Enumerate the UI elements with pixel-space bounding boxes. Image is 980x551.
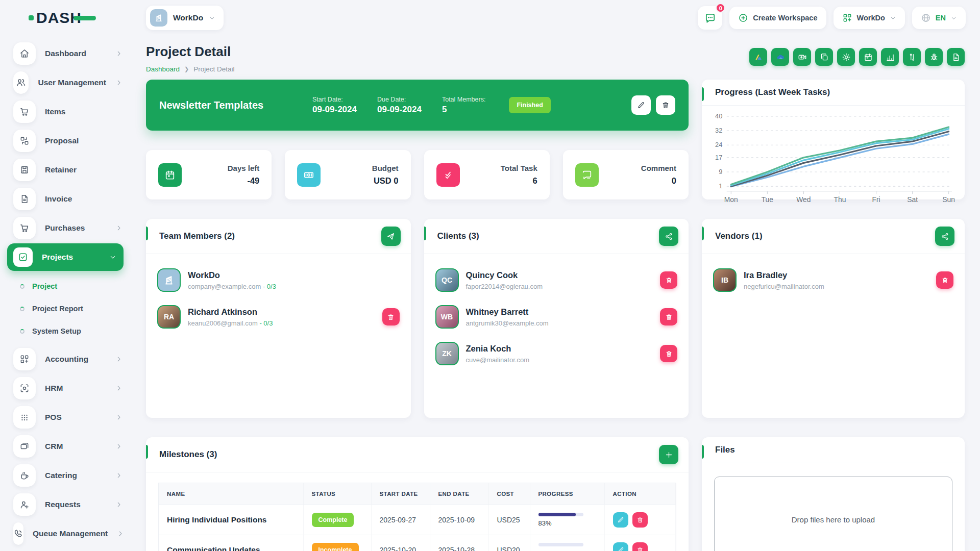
remove-client-button[interactable]	[660, 345, 677, 362]
milestone-status-cell: Complete	[303, 505, 371, 535]
sidebar-subitem-system-setup[interactable]: System Setup	[20, 320, 132, 342]
remove-client-button[interactable]	[660, 271, 677, 289]
sidebar-item-invoice[interactable]: Invoice	[13, 184, 132, 213]
project-banner: Newsletter Templates Start Date: 09-09-2…	[146, 80, 689, 131]
dash-logo: DASH	[29, 9, 96, 27]
member-email: cuve@mailinator.com	[466, 356, 529, 364]
sidebar-item-purchases[interactable]: Purchases	[13, 213, 132, 242]
sidebar-item-label: Requests	[45, 500, 106, 509]
sidebar-item-accounting[interactable]: Accounting	[13, 344, 132, 373]
x-axis-label: Sun	[942, 195, 955, 204]
member-info: Quincy Cookfapor22014@oglerau.com	[466, 270, 543, 290]
edit-milestone-button[interactable]	[613, 542, 628, 551]
file-report-button[interactable]	[947, 48, 965, 66]
stat-label: Days left	[182, 164, 259, 172]
add-milestone-button[interactable]	[659, 445, 678, 464]
cards-icon	[19, 441, 30, 452]
file-dropzone[interactable]: Drop files here to upload	[714, 477, 952, 551]
sidebar-subitem-project-report[interactable]: Project Report	[20, 297, 132, 320]
sidebar-item-projects[interactable]: Projects	[7, 243, 124, 271]
milestone-action-cell	[604, 535, 676, 551]
files-title: Files	[712, 445, 735, 455]
messages-button[interactable]: 0	[698, 6, 722, 30]
total-members-label: Total Members:	[442, 96, 485, 103]
project-delete-button[interactable]	[656, 95, 675, 115]
bug-button[interactable]	[925, 48, 943, 66]
workspace-pill[interactable]: WorkDo	[146, 6, 224, 30]
sidebar-item-items[interactable]: Items	[13, 97, 132, 126]
sidebar-item-crm[interactable]: CRM	[13, 432, 132, 461]
integration-toolbar	[749, 48, 965, 66]
edit-milestone-button[interactable]	[613, 512, 628, 528]
gdrive-button[interactable]	[749, 48, 767, 66]
x-axis-label: Wed	[796, 195, 811, 204]
stat-value: USD 0	[321, 176, 398, 186]
progress-card: Progress (Last Week Tasks) 1917243240Mon…	[702, 80, 965, 199]
sidebar-item-catering[interactable]: Catering	[13, 461, 132, 490]
workspace-switcher[interactable]: WorkDo	[834, 7, 905, 29]
bar-chart-button[interactable]	[881, 48, 899, 66]
member-name: WorkDo	[188, 270, 276, 280]
onedrive-button[interactable]	[771, 48, 789, 66]
grid-plus-icon	[13, 348, 36, 370]
x-axis-label: Thu	[834, 195, 846, 204]
sidebar-item-hrm[interactable]: HRM	[13, 373, 132, 403]
remove-member-button[interactable]	[382, 308, 400, 325]
chevron-right-icon	[115, 356, 122, 363]
gear-button[interactable]	[837, 48, 855, 66]
timeline-button[interactable]	[903, 48, 921, 66]
sidebar-item-dashboard[interactable]: Dashboard	[13, 39, 132, 68]
clients-card: Clients (3) QCQuincy Cookfapor22014@ogle…	[424, 219, 689, 418]
workspace-avatar	[150, 9, 167, 27]
breadcrumb-dashboard-link[interactable]: Dashboard	[146, 65, 180, 73]
sidebar-item-proposal[interactable]: Proposal	[13, 126, 132, 155]
sidebar-item-user-management[interactable]: User Management	[13, 68, 132, 97]
member-info: Zenia Kochcuve@mailinator.com	[466, 344, 529, 364]
trash-icon	[387, 313, 395, 321]
create-workspace-button[interactable]: Create Workspace	[729, 7, 826, 29]
remove-client-button[interactable]	[660, 308, 677, 325]
bug-icon	[929, 53, 939, 62]
trash-icon	[665, 313, 673, 321]
check-square-icon	[18, 252, 28, 262]
avatar	[157, 268, 181, 292]
project-edit-button[interactable]	[631, 95, 651, 115]
sidebar-subitem-project[interactable]: Project	[20, 275, 132, 297]
member-email: company@example.com - 0/3	[188, 283, 276, 290]
y-axis-tick: 32	[715, 127, 722, 134]
sidebar-item-label: POS	[45, 413, 106, 422]
avatar: QC	[435, 268, 459, 292]
file-report-icon	[951, 53, 961, 62]
chevron-right-icon	[115, 414, 122, 421]
sidebar-item-label: Projects	[42, 253, 100, 262]
pencil-icon	[637, 101, 645, 109]
language-selector[interactable]: EN	[912, 7, 966, 29]
delete-milestone-button[interactable]	[632, 542, 648, 551]
clients-title: Clients (3)	[434, 231, 479, 241]
delete-milestone-button[interactable]	[632, 512, 648, 528]
share-clients-button[interactable]	[659, 227, 678, 246]
sidebar-item-retainer[interactable]: Retainer	[13, 155, 132, 184]
remove-vendor-button[interactable]	[936, 271, 953, 289]
milestones-card: Milestones (3) NAMESTATUSSTART DATEEND D…	[146, 437, 689, 551]
copy-icon	[820, 53, 829, 62]
invite-member-button[interactable]	[381, 227, 401, 246]
chevron-right-icon	[115, 79, 122, 86]
share-vendors-button[interactable]	[935, 227, 954, 246]
stat-label: Budget	[321, 164, 398, 172]
onedrive-icon	[776, 53, 785, 62]
sidebar-item-label: Proposal	[45, 136, 132, 145]
copy-button[interactable]	[815, 48, 833, 66]
sidebar-item-queue-management[interactable]: Queue Management	[13, 519, 132, 548]
x-axis-label: Tue	[762, 195, 774, 204]
table-row: Communication UpdatesIncomplete2025-10-2…	[159, 535, 676, 551]
sidebar-item-pos[interactable]: POS	[13, 403, 132, 432]
milestone-cost-cell: USD25	[488, 505, 530, 535]
milestones-table: NAMESTATUSSTART DATEEND DATECOSTPROGRESS…	[158, 483, 676, 551]
sidebar-item-requests[interactable]: Requests	[13, 490, 132, 519]
money-icon	[297, 163, 321, 187]
member-task-count: - 0/3	[258, 319, 273, 327]
sidebar-subitem-label: System Setup	[32, 327, 81, 335]
video-plus-button[interactable]	[793, 48, 811, 66]
calendar-button[interactable]	[859, 48, 877, 66]
